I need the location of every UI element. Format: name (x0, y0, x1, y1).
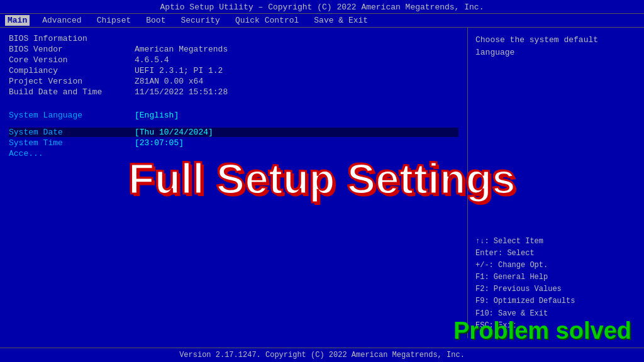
key-help-section: ↑↓: Select Item Enter: Select +/-: Chang… (475, 236, 636, 332)
main-content: BIOS Information BIOS Vendor American Me… (0, 28, 644, 338)
key-help-enter: Enter: Select (475, 248, 636, 260)
system-date-row[interactable]: System Date [Thu 10/24/2024] (9, 128, 458, 137)
access-level-label: Acce... (9, 149, 135, 158)
menu-security[interactable]: Security (178, 15, 222, 26)
bios-vendor-label: BIOS Vendor (9, 45, 135, 54)
title-text: Aptio Setup Utility – Copyright (C) 2022… (160, 3, 484, 12)
menu-main[interactable]: Main (5, 15, 30, 26)
project-version-row: Project Version Z81AN 0.00 x64 (9, 77, 458, 86)
build-date-value: 11/15/2022 15:51:28 (135, 87, 228, 97)
menu-boot[interactable]: Boot (143, 15, 168, 26)
build-date-label: Build Date and Time (9, 87, 135, 97)
right-panel: Choose the system default language ↑↓: S… (468, 28, 644, 338)
system-time-row[interactable]: System Time [23:07:05] (9, 138, 458, 148)
menu-advanced[interactable]: Advanced (40, 15, 84, 26)
bios-info-header: BIOS Information (9, 34, 458, 43)
core-version-label: Core Version (9, 55, 135, 65)
key-help-f2: F2: Previous Values (475, 283, 636, 295)
key-help-item: ↑↓: Select Item (475, 236, 636, 248)
key-help-f1: F1: General Help (475, 272, 636, 283)
help-text: Choose the system default language (475, 34, 636, 58)
system-date-label: System Date (9, 128, 135, 137)
key-help-f9: F9: Optimized Defaults (475, 295, 636, 307)
system-time-label: System Time (9, 138, 135, 148)
menu-save-exit[interactable]: Save & Exit (311, 15, 370, 26)
title-bar: Aptio Setup Utility – Copyright (C) 2022… (0, 0, 644, 13)
build-date-row: Build Date and Time 11/15/2022 15:51:28 (9, 87, 458, 97)
system-language-value: [English] (135, 111, 179, 120)
menu-chipset[interactable]: Chipset (94, 15, 134, 26)
key-help-f10: F10: Save & Exit (475, 308, 636, 320)
project-version-label: Project Version (9, 77, 135, 86)
bios-info-section: BIOS Information BIOS Vendor American Me… (9, 34, 458, 97)
menu-quick-control[interactable]: Quick Control (233, 15, 301, 26)
core-version-value: 4.6.5.4 (135, 55, 169, 65)
core-version-row: Core Version 4.6.5.4 (9, 55, 458, 65)
key-help-change: +/-: Change Opt. (475, 260, 636, 272)
system-time-value: [23:07:05] (135, 138, 184, 148)
compliancy-value: UEFI 2.3.1; PI 1.2 (135, 66, 223, 75)
footer-text: Version 2.17.1247. Copyright (C) 2022 Am… (179, 351, 465, 359)
left-panel: BIOS Information BIOS Vendor American Me… (0, 28, 468, 338)
access-level-row[interactable]: Acce... (9, 149, 458, 158)
menu-bar: Main Advanced Chipset Boot Security Quic… (0, 13, 644, 28)
system-date-value: [Thu 10/24/2024] (135, 128, 213, 137)
bios-vendor-row: BIOS Vendor American Megatrends (9, 45, 458, 54)
project-version-value: Z81AN 0.00 x64 (135, 77, 203, 86)
system-language-label: System Language (9, 111, 135, 120)
compliancy-label: Compliancy (9, 66, 135, 75)
bios-vendor-value: American Megatrends (135, 45, 228, 54)
compliancy-row: Compliancy UEFI 2.3.1; PI 1.2 (9, 66, 458, 75)
footer: Version 2.17.1247. Copyright (C) 2022 Am… (0, 348, 644, 362)
system-language-row[interactable]: System Language [English] (9, 111, 458, 120)
key-help-esc: ESC: Exit (475, 320, 636, 332)
bios-info-label: BIOS Information (9, 34, 135, 43)
